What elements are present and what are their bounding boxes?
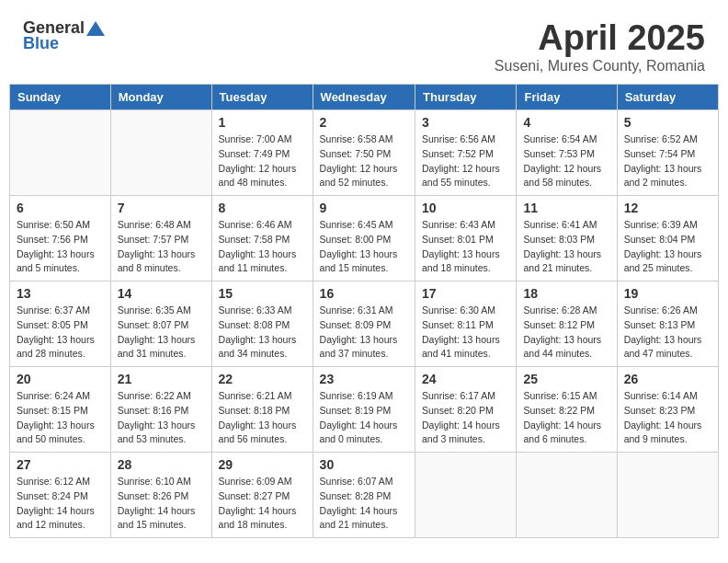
day-cell-w1-d1 bbox=[10, 110, 111, 196]
day-cell-w5-d2: 28Sunrise: 6:10 AM Sunset: 8:26 PM Dayli… bbox=[110, 453, 211, 538]
day-cell-w2-d7: 12Sunrise: 6:39 AM Sunset: 8:04 PM Dayli… bbox=[617, 196, 718, 282]
header-wednesday: Wednesday bbox=[313, 85, 415, 110]
week-row-2: 6Sunrise: 6:50 AM Sunset: 7:56 PM Daylig… bbox=[10, 196, 719, 282]
day-cell-w3-d2: 14Sunrise: 6:35 AM Sunset: 8:07 PM Dayli… bbox=[110, 282, 211, 367]
day-cell-w3-d1: 13Sunrise: 6:37 AM Sunset: 8:05 PM Dayli… bbox=[10, 282, 111, 367]
day-number-29: 29 bbox=[219, 457, 306, 472]
day-info-3: Sunrise: 6:56 AM Sunset: 7:52 PM Dayligh… bbox=[422, 132, 509, 190]
day-number-8: 8 bbox=[219, 201, 306, 215]
day-cell-w5-d6 bbox=[517, 453, 617, 538]
svg-marker-0 bbox=[86, 21, 105, 36]
day-number-13: 13 bbox=[17, 286, 104, 301]
day-info-30: Sunrise: 6:07 AM Sunset: 8:28 PM Dayligh… bbox=[320, 475, 408, 533]
day-number-3: 3 bbox=[422, 115, 509, 130]
day-cell-w3-d6: 18Sunrise: 6:28 AM Sunset: 8:12 PM Dayli… bbox=[517, 282, 617, 367]
day-info-17: Sunrise: 6:30 AM Sunset: 8:11 PM Dayligh… bbox=[422, 304, 509, 362]
day-info-7: Sunrise: 6:48 AM Sunset: 7:57 PM Dayligh… bbox=[118, 218, 205, 276]
day-cell-w4-d5: 24Sunrise: 6:17 AM Sunset: 8:20 PM Dayli… bbox=[415, 367, 517, 453]
day-info-5: Sunrise: 6:52 AM Sunset: 7:54 PM Dayligh… bbox=[624, 132, 711, 190]
day-number-7: 7 bbox=[118, 201, 205, 215]
day-cell-w4-d6: 25Sunrise: 6:15 AM Sunset: 8:22 PM Dayli… bbox=[517, 367, 617, 453]
calendar-header-row: Sunday Monday Tuesday Wednesday Thursday… bbox=[10, 85, 719, 110]
day-number-19: 19 bbox=[624, 286, 711, 301]
day-cell-w5-d1: 27Sunrise: 6:12 AM Sunset: 8:24 PM Dayli… bbox=[10, 453, 111, 538]
day-cell-w4-d2: 21Sunrise: 6:22 AM Sunset: 8:16 PM Dayli… bbox=[110, 367, 211, 453]
day-info-12: Sunrise: 6:39 AM Sunset: 8:04 PM Dayligh… bbox=[624, 218, 711, 276]
day-info-11: Sunrise: 6:41 AM Sunset: 8:03 PM Dayligh… bbox=[523, 218, 609, 276]
day-cell-w1-d6: 4Sunrise: 6:54 AM Sunset: 7:53 PM Daylig… bbox=[517, 110, 617, 196]
week-row-5: 27Sunrise: 6:12 AM Sunset: 8:24 PM Dayli… bbox=[10, 453, 719, 538]
day-number-15: 15 bbox=[219, 286, 306, 301]
calendar-table: Sunday Monday Tuesday Wednesday Thursday… bbox=[9, 84, 719, 538]
header-friday: Friday bbox=[517, 85, 617, 110]
day-cell-w5-d7 bbox=[617, 453, 718, 538]
day-info-27: Sunrise: 6:12 AM Sunset: 8:24 PM Dayligh… bbox=[17, 475, 104, 533]
day-cell-w3-d7: 19Sunrise: 6:26 AM Sunset: 8:13 PM Dayli… bbox=[617, 282, 718, 367]
day-info-4: Sunrise: 6:54 AM Sunset: 7:53 PM Dayligh… bbox=[523, 132, 609, 190]
title-area: April 2025 Suseni, Mures County, Romania bbox=[495, 18, 705, 75]
day-cell-w5-d5 bbox=[415, 453, 517, 538]
day-number-11: 11 bbox=[523, 201, 609, 215]
day-number-6: 6 bbox=[17, 201, 104, 215]
day-info-22: Sunrise: 6:21 AM Sunset: 8:18 PM Dayligh… bbox=[219, 389, 306, 447]
day-cell-w4-d1: 20Sunrise: 6:24 AM Sunset: 8:15 PM Dayli… bbox=[10, 367, 111, 453]
logo-icon bbox=[86, 21, 105, 36]
day-number-30: 30 bbox=[320, 457, 408, 472]
day-cell-w5-d3: 29Sunrise: 6:09 AM Sunset: 8:27 PM Dayli… bbox=[211, 453, 313, 538]
day-info-2: Sunrise: 6:58 AM Sunset: 7:50 PM Dayligh… bbox=[320, 132, 408, 190]
day-number-28: 28 bbox=[118, 457, 205, 472]
week-row-1: 1Sunrise: 7:00 AM Sunset: 7:49 PM Daylig… bbox=[10, 110, 719, 196]
day-info-15: Sunrise: 6:33 AM Sunset: 8:08 PM Dayligh… bbox=[219, 304, 306, 362]
day-info-20: Sunrise: 6:24 AM Sunset: 8:15 PM Dayligh… bbox=[17, 389, 104, 447]
day-number-14: 14 bbox=[118, 286, 205, 301]
day-number-1: 1 bbox=[219, 115, 306, 130]
day-cell-w1-d5: 3Sunrise: 6:56 AM Sunset: 7:52 PM Daylig… bbox=[415, 110, 517, 196]
calendar-title: April 2025 bbox=[495, 18, 705, 58]
day-info-21: Sunrise: 6:22 AM Sunset: 8:16 PM Dayligh… bbox=[118, 389, 205, 447]
day-cell-w2-d4: 9Sunrise: 6:45 AM Sunset: 8:00 PM Daylig… bbox=[313, 196, 415, 282]
logo: General Blue bbox=[23, 18, 105, 53]
day-number-16: 16 bbox=[320, 286, 408, 301]
week-row-3: 13Sunrise: 6:37 AM Sunset: 8:05 PM Dayli… bbox=[10, 282, 719, 367]
day-number-21: 21 bbox=[118, 372, 205, 386]
day-number-12: 12 bbox=[624, 201, 711, 215]
day-number-5: 5 bbox=[624, 115, 711, 130]
day-cell-w4-d7: 26Sunrise: 6:14 AM Sunset: 8:23 PM Dayli… bbox=[617, 367, 718, 453]
day-info-29: Sunrise: 6:09 AM Sunset: 8:27 PM Dayligh… bbox=[219, 475, 306, 533]
day-cell-w2-d1: 6Sunrise: 6:50 AM Sunset: 7:56 PM Daylig… bbox=[10, 196, 111, 282]
day-number-9: 9 bbox=[320, 201, 408, 215]
day-info-25: Sunrise: 6:15 AM Sunset: 8:22 PM Dayligh… bbox=[523, 389, 609, 447]
header-saturday: Saturday bbox=[617, 85, 718, 110]
day-cell-w5-d4: 30Sunrise: 6:07 AM Sunset: 8:28 PM Dayli… bbox=[313, 453, 415, 538]
day-number-26: 26 bbox=[624, 372, 711, 386]
day-cell-w3-d4: 16Sunrise: 6:31 AM Sunset: 8:09 PM Dayli… bbox=[313, 282, 415, 367]
day-info-24: Sunrise: 6:17 AM Sunset: 8:20 PM Dayligh… bbox=[422, 389, 509, 447]
day-number-27: 27 bbox=[17, 457, 104, 472]
day-cell-w2-d2: 7Sunrise: 6:48 AM Sunset: 7:57 PM Daylig… bbox=[110, 196, 211, 282]
day-cell-w2-d5: 10Sunrise: 6:43 AM Sunset: 8:01 PM Dayli… bbox=[415, 196, 517, 282]
day-info-8: Sunrise: 6:46 AM Sunset: 7:58 PM Dayligh… bbox=[219, 218, 306, 276]
day-cell-w4-d4: 23Sunrise: 6:19 AM Sunset: 8:19 PM Dayli… bbox=[313, 367, 415, 453]
day-cell-w3-d5: 17Sunrise: 6:30 AM Sunset: 8:11 PM Dayli… bbox=[415, 282, 517, 367]
day-number-25: 25 bbox=[523, 372, 609, 386]
day-cell-w4-d3: 22Sunrise: 6:21 AM Sunset: 8:18 PM Dayli… bbox=[211, 367, 313, 453]
day-cell-w1-d2 bbox=[110, 110, 211, 196]
day-info-9: Sunrise: 6:45 AM Sunset: 8:00 PM Dayligh… bbox=[320, 218, 408, 276]
day-info-23: Sunrise: 6:19 AM Sunset: 8:19 PM Dayligh… bbox=[320, 389, 408, 447]
day-info-18: Sunrise: 6:28 AM Sunset: 8:12 PM Dayligh… bbox=[523, 304, 609, 362]
day-number-2: 2 bbox=[320, 115, 408, 130]
day-info-6: Sunrise: 6:50 AM Sunset: 7:56 PM Dayligh… bbox=[17, 218, 104, 276]
header-thursday: Thursday bbox=[415, 85, 517, 110]
day-cell-w2-d6: 11Sunrise: 6:41 AM Sunset: 8:03 PM Dayli… bbox=[517, 196, 617, 282]
day-info-13: Sunrise: 6:37 AM Sunset: 8:05 PM Dayligh… bbox=[17, 304, 104, 362]
day-info-19: Sunrise: 6:26 AM Sunset: 8:13 PM Dayligh… bbox=[624, 304, 711, 362]
day-number-17: 17 bbox=[422, 286, 509, 301]
day-cell-w1-d7: 5Sunrise: 6:52 AM Sunset: 7:54 PM Daylig… bbox=[617, 110, 718, 196]
header-monday: Monday bbox=[110, 85, 211, 110]
week-row-4: 20Sunrise: 6:24 AM Sunset: 8:15 PM Dayli… bbox=[10, 367, 719, 453]
page-header: General Blue April 2025 Suseni, Mures Co… bbox=[9, 9, 719, 79]
day-info-16: Sunrise: 6:31 AM Sunset: 8:09 PM Dayligh… bbox=[320, 304, 408, 362]
day-cell-w1-d3: 1Sunrise: 7:00 AM Sunset: 7:49 PM Daylig… bbox=[211, 110, 313, 196]
day-info-10: Sunrise: 6:43 AM Sunset: 8:01 PM Dayligh… bbox=[422, 218, 509, 276]
day-number-22: 22 bbox=[219, 372, 306, 386]
